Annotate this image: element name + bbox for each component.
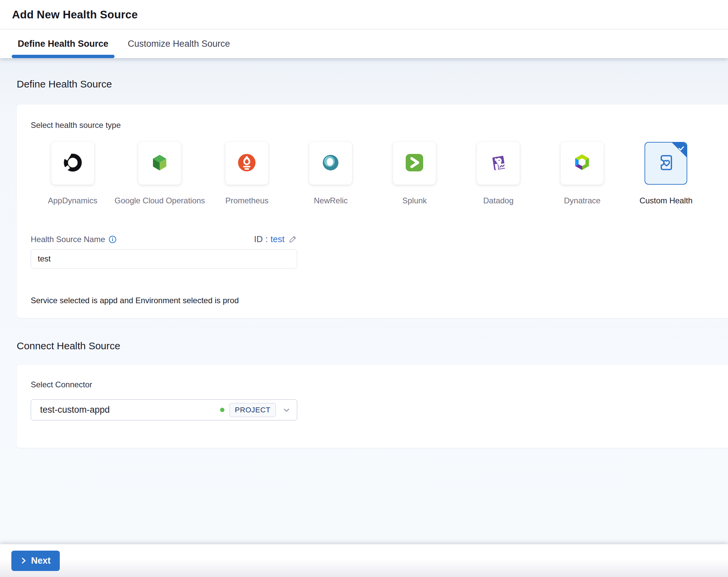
main-content: Define Health Source Select health sourc…: [0, 58, 728, 544]
splunk-icon: [404, 152, 425, 175]
page-header: Add New Health Source: [0, 0, 728, 29]
add-health-source-page: Add New Health Source Define Health Sour…: [0, 0, 728, 577]
source-type-newrelic: NewRelic: [289, 142, 373, 205]
source-type-appdynamics: AppDynamics: [31, 142, 114, 205]
source-type-label: Dynatrace: [564, 196, 600, 205]
connector-select[interactable]: test-custom-appd PROJECT: [31, 399, 297, 420]
next-button-label: Next: [31, 556, 51, 566]
splunk-tile[interactable]: [393, 142, 436, 185]
info-icon[interactable]: [108, 235, 116, 243]
source-type-label: Datadog: [483, 196, 514, 205]
source-type-label: NewRelic: [314, 196, 348, 205]
health-source-name-label: Health Source Name: [31, 234, 105, 244]
edit-id-pencil-icon[interactable]: [288, 235, 297, 244]
source-type-label: Prometheus: [226, 196, 268, 205]
datadog-tile[interactable]: [477, 142, 520, 185]
newrelic-tile[interactable]: [309, 142, 352, 185]
source-type-label: Google Cloud Operations: [114, 196, 205, 205]
prometheus-tile[interactable]: [226, 142, 268, 185]
dynatrace-tile[interactable]: [561, 142, 603, 185]
source-type-custom-health: Custom Health: [624, 142, 708, 205]
active-tab-underline: [12, 55, 114, 58]
connector-value: test-custom-appd: [40, 405, 220, 415]
id-label: ID: [254, 234, 263, 244]
source-type-label: AppDynamics: [48, 196, 97, 205]
source-type-splunk: Splunk: [373, 142, 457, 205]
health-source-id: ID : test: [254, 234, 297, 244]
health-source-name-input[interactable]: [31, 249, 297, 268]
tab-customize-health-source[interactable]: Customize Health Source: [122, 30, 236, 58]
next-button[interactable]: Next: [11, 551, 60, 571]
health-source-name-row: Health Source Name ID : test: [31, 234, 297, 244]
id-separator: :: [265, 234, 268, 244]
appdynamics-icon: [62, 152, 84, 175]
source-type-gco: Google Cloud Operations: [114, 142, 205, 205]
tab-bar: Define Health Source Customize Health So…: [0, 29, 728, 58]
newrelic-icon: [319, 152, 342, 175]
page-title: Add New Health Source: [12, 8, 137, 21]
google-cloud-operations-icon: [149, 152, 171, 175]
source-type-tiles: AppDynamics Google Cloud Operations: [31, 142, 708, 205]
source-type-label: Custom Health: [640, 196, 693, 205]
define-health-source-card: Select health source type AppDynamics: [17, 105, 728, 318]
dynatrace-icon: [571, 152, 593, 175]
appdynamics-tile[interactable]: [51, 142, 94, 185]
source-type-dynatrace: Dynatrace: [540, 142, 624, 205]
source-type-prometheus: Prometheus: [205, 142, 289, 205]
gco-tile[interactable]: [138, 142, 181, 185]
tab-define-health-source[interactable]: Define Health Source: [12, 30, 114, 58]
connector-status-dot: [220, 408, 225, 412]
chevron-right-icon: [20, 557, 27, 565]
datadog-icon: [487, 152, 509, 175]
custom-health-tile[interactable]: [645, 142, 687, 185]
connect-health-source-card: Select Connector test-custom-appd PROJEC…: [17, 365, 728, 448]
service-env-note: Service selected is appd and Environment…: [31, 296, 708, 305]
tab-define-label: Define Health Source: [18, 39, 108, 49]
select-source-type-label: Select health source type: [31, 121, 708, 130]
select-connector-label: Select Connector: [31, 380, 708, 389]
source-type-label: Splunk: [402, 196, 427, 205]
health-source-name-label-group: Health Source Name: [31, 234, 116, 244]
id-value: test: [270, 234, 285, 244]
source-type-datadog: Datadog: [457, 142, 540, 205]
define-section-heading: Define Health Source: [17, 79, 728, 89]
connector-scope-badge: PROJECT: [229, 403, 276, 417]
tab-customize-label: Customize Health Source: [128, 39, 230, 49]
prometheus-icon: [236, 152, 258, 175]
chevron-down-icon[interactable]: [282, 406, 291, 414]
footer-bar: Next: [0, 544, 728, 577]
selected-check-icon: [678, 145, 685, 153]
connect-section-heading: Connect Health Source: [17, 341, 728, 351]
